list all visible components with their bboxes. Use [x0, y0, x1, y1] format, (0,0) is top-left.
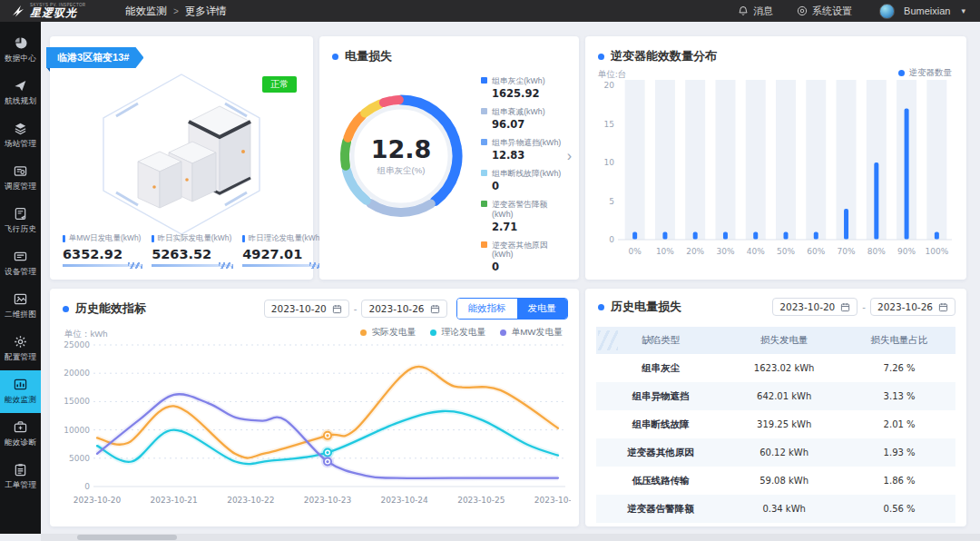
- station-card: 临港3区箱变13# 正常: [50, 36, 313, 280]
- station-stat: 昨日实际发电量(kWh)5263.52: [152, 233, 233, 267]
- svg-text:2023-10-22: 2023-10-22: [227, 496, 274, 505]
- date-from-input[interactable]: 2023-10-20: [772, 298, 858, 316]
- sidebar-item-diagnosis-case[interactable]: 能效诊断: [0, 413, 41, 456]
- top-bar: SKYSYS PV. INSPECTOR 星逻驭光 能效监测 > 更多详情 消息: [0, 0, 980, 22]
- loss-legend-value: 2.71: [492, 221, 568, 233]
- chevron-down-icon[interactable]: ▾: [961, 6, 965, 15]
- stat-underline-decoration: [63, 264, 142, 267]
- svg-text:15: 15: [604, 120, 614, 129]
- chevron-right-icon[interactable]: ›: [567, 149, 572, 163]
- svg-text:30%: 30%: [716, 247, 734, 256]
- sidebar-item-device[interactable]: 设备管理: [0, 242, 41, 285]
- date-from-value: 2023-10-20: [779, 301, 835, 312]
- line-legend-item[interactable]: 理论发电量: [430, 327, 485, 339]
- loss-ratio-cell: 7.26 %: [843, 354, 956, 382]
- sidebar-item-paper-plane[interactable]: 航线规划: [0, 72, 41, 114]
- date-range-separator: -: [354, 303, 358, 314]
- diagnosis-case-icon: [14, 420, 27, 434]
- system-settings-button[interactable]: 系统设置: [797, 5, 852, 18]
- table-row: 低压线路传输59.08 kWh1.86 %: [596, 467, 956, 495]
- gear-icon: [14, 335, 27, 349]
- calendar-icon[interactable]: [938, 302, 948, 312]
- tab-generation[interactable]: 发电量: [517, 299, 568, 319]
- bell-icon: [738, 5, 749, 16]
- svg-text:2023-10-20: 2023-10-20: [74, 496, 122, 505]
- svg-text:50%: 50%: [777, 247, 795, 256]
- table-row: 逆变器告警降额0.34 kWh0.56 %: [596, 495, 956, 523]
- sidebar-item-work-order[interactable]: 工单管理: [0, 456, 41, 498]
- header-stripes-decoration: [598, 330, 618, 350]
- history-efficiency-card: 历史能效指标 2023-10-20 - 2023-10-26 能效指标 发电量: [50, 289, 579, 526]
- date-to-value: 2023-10-26: [877, 301, 933, 312]
- line-legend-item[interactable]: 实际发电量: [360, 327, 416, 339]
- legend-square-icon: [481, 241, 487, 248]
- logo-title: 星逻驭光: [30, 7, 86, 18]
- power-loss-title: 电量损失: [345, 48, 392, 64]
- table-row: 组串灰尘1623.02 kWh7.26 %: [596, 354, 956, 382]
- svg-text:2023-10-26: 2023-10-26: [534, 496, 571, 505]
- calendar-icon[interactable]: [332, 304, 342, 314]
- scrollbar-thumb[interactable]: [77, 535, 177, 540]
- sidebar-item-label: 场站管理: [5, 138, 36, 149]
- line-legend-item[interactable]: 单MW发电量: [500, 327, 563, 339]
- table-row: 组串断线故障319.25 kWh2.01 %: [596, 410, 956, 438]
- svg-text:100%: 100%: [925, 247, 948, 256]
- breadcrumb-item-monitor[interactable]: 能效监测: [125, 5, 167, 18]
- history-loss-title: 历史电量损失: [611, 299, 681, 315]
- messages-label: 消息: [753, 5, 773, 18]
- legend-dot-icon: [898, 70, 905, 76]
- sidebar-nav: 数据中心航线规划场站管理调度管理飞行历史设备管理二维拼图配置管理能效监测能效诊断…: [0, 22, 41, 534]
- legend-square-icon: [481, 170, 487, 176]
- sidebar-item-gear[interactable]: 配置管理: [0, 328, 41, 370]
- date-to-value: 2023-10-26: [368, 303, 424, 314]
- date-to-input[interactable]: 2023-10-26: [361, 300, 446, 318]
- layers-icon: [14, 122, 27, 135]
- svg-text:2023-10-25: 2023-10-25: [457, 496, 505, 505]
- settings-label: 系统设置: [812, 5, 852, 18]
- svg-text:70%: 70%: [838, 247, 856, 256]
- sidebar-item-label: 能效诊断: [5, 437, 36, 448]
- sidebar-item-flight-history[interactable]: 飞行历史: [0, 200, 41, 242]
- app-logo[interactable]: SKYSYS PV. INSPECTOR 星逻驭光: [11, 4, 113, 19]
- loss-legend-item: 组串灰尘(kWh)1625.92: [481, 76, 568, 100]
- sidebar-item-efficiency-chart[interactable]: 能效监测: [0, 370, 41, 413]
- sidebar-item-schedule[interactable]: 调度管理: [0, 157, 41, 200]
- svg-text:40%: 40%: [747, 247, 765, 256]
- loss-legend-label: 组串衰减(kWh): [492, 107, 545, 116]
- loss-energy-cell: 59.08 kWh: [725, 467, 843, 495]
- user-name[interactable]: Bumeixian: [904, 5, 950, 16]
- user-avatar[interactable]: [879, 4, 895, 19]
- history-efficiency-title: 历史能效指标: [75, 300, 146, 317]
- svg-text:15000: 15000: [64, 397, 90, 406]
- history-line-chart: 05000100001500020000250002023-10-202023-…: [57, 339, 571, 517]
- calendar-icon[interactable]: [430, 304, 440, 314]
- svg-text:5: 5: [609, 197, 614, 206]
- loss-legend-item: 逆变器其他原因(kWh)0: [481, 241, 568, 273]
- defect-type-cell: 逆变器告警降额: [596, 495, 725, 523]
- loss-energy-cell: 60.12 kWh: [725, 438, 843, 467]
- sidebar-item-label: 工单管理: [5, 479, 36, 490]
- sidebar-item-label: 设备管理: [5, 266, 36, 277]
- loss-legend-value: 0: [492, 180, 568, 192]
- stat-value: 4927.01: [242, 247, 324, 261]
- app-root: SKYSYS PV. INSPECTOR 星逻驭光 能效监测 > 更多详情 消息: [0, 0, 980, 541]
- date-to-input[interactable]: 2023-10-26: [870, 298, 956, 316]
- loss-legend-label: 组串异物遮挡(kWh): [492, 138, 561, 147]
- messages-button[interactable]: 消息: [738, 5, 773, 18]
- date-from-input[interactable]: 2023-10-20: [264, 300, 349, 318]
- calendar-icon[interactable]: [840, 302, 850, 312]
- sidebar-item-label: 能效监测: [5, 394, 36, 405]
- svg-text:2023-10-24: 2023-10-24: [381, 496, 429, 505]
- sidebar-item-image[interactable]: 二维拼图: [0, 285, 41, 328]
- tab-efficiency-index[interactable]: 能效指标: [457, 299, 517, 319]
- svg-text:2023-10-23: 2023-10-23: [304, 496, 351, 505]
- loss-legend-item: 逆变器警告降额(kWh)2.71: [481, 200, 568, 232]
- table-header-cell: 损失发电量: [725, 327, 843, 354]
- horizontal-scrollbar: [41, 534, 980, 541]
- sidebar-item-layers[interactable]: 场站管理: [0, 114, 41, 157]
- sidebar-item-pie-chart[interactable]: 数据中心: [0, 29, 41, 72]
- logo-icon: [11, 4, 25, 18]
- loss-ratio-cell: 1.86 %: [843, 467, 956, 495]
- legend-square-icon: [481, 201, 487, 207]
- loss-legend-label: 逆变器警告降额(kWh): [492, 200, 568, 218]
